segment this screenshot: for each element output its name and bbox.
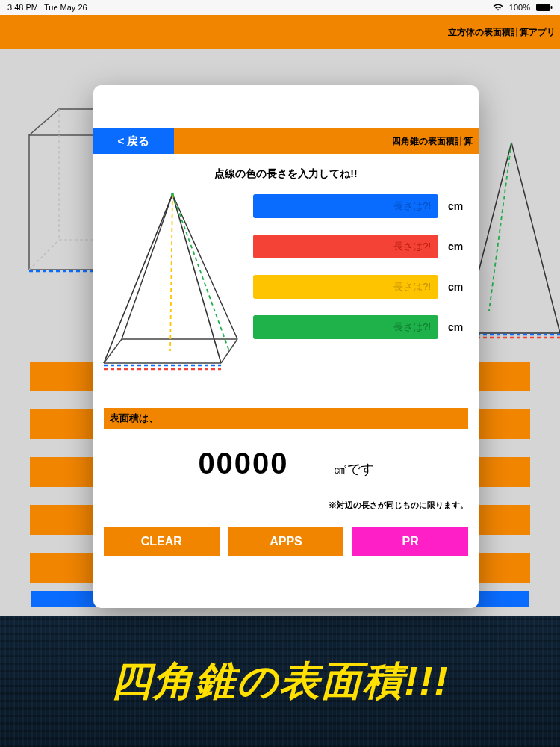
modal-header: < 戻る 四角錐の表面積計算 [93,128,479,154]
battery-icon [536,4,553,11]
footer-title: 四角錐の表面積!!! [111,654,449,709]
calculator-modal: < 戻る 四角錐の表面積計算 点線の色の長さを入力してね!! [93,85,479,608]
unit-label: cm [438,321,473,333]
modal-title: 四角錐の表面積計算 [174,135,479,148]
svg-line-16 [172,194,221,363]
bg-app-title: 立方体の表面積計算アプリ [448,26,556,39]
status-bar: 3:48 PM Tue May 26 100% [0,0,560,15]
svg-line-20 [170,194,172,351]
svg-line-17 [122,194,172,339]
svg-line-18 [172,194,237,339]
svg-line-13 [104,339,122,363]
svg-line-9 [489,143,511,311]
inputs-column: 長さは?! cm 長さは?! cm 長さは?! cm 長さは?! [249,190,473,376]
status-battery: 100% [509,3,530,12]
clear-button[interactable]: CLEAR [104,527,220,556]
svg-line-19 [172,194,229,351]
svg-line-8 [511,143,560,333]
unit-label: cm [438,200,473,212]
placeholder: 長さは?! [393,240,431,253]
unit-label: cm [438,281,473,293]
result-value: 00000 [198,447,288,480]
status-date: Tue May 26 [44,3,87,12]
action-buttons: CLEAR APPS PR [93,517,479,566]
status-time: 3:48 PM [7,3,38,12]
result-row: 00000 ㎠です [93,447,479,480]
footer-banner: 四角錐の表面積!!! [0,616,560,747]
result-label: 表面積は、 [104,408,468,429]
svg-point-24 [171,193,174,196]
back-button[interactable]: < 戻る [93,128,174,154]
svg-rect-1 [551,6,553,9]
svg-line-6 [29,240,59,270]
length-input-red[interactable]: 長さは?! [253,235,438,258]
placeholder: 長さは?! [393,199,431,213]
apps-button[interactable]: APPS [228,527,344,556]
result-unit: ㎠です [334,460,374,478]
pyramid-illustration [99,190,249,376]
footnote: ※対辺の長さが同じものに限ります。 [104,500,468,511]
svg-line-15 [104,194,172,363]
length-input-green[interactable]: 長さは?! [253,315,438,339]
bg-app-header: 立方体の表面積計算アプリ [0,15,560,49]
wifi-icon [493,4,503,11]
pr-button[interactable]: PR [352,527,468,556]
svg-rect-0 [536,4,550,11]
length-input-yellow[interactable]: 長さは?! [253,275,438,299]
placeholder: 長さは?! [393,320,431,334]
length-input-blue[interactable]: 長さは?! [253,194,438,218]
instruction-text: 点線の色の長さを入力してね!! [93,167,479,181]
placeholder: 長さは?! [393,280,431,294]
unit-label: cm [438,241,473,252]
